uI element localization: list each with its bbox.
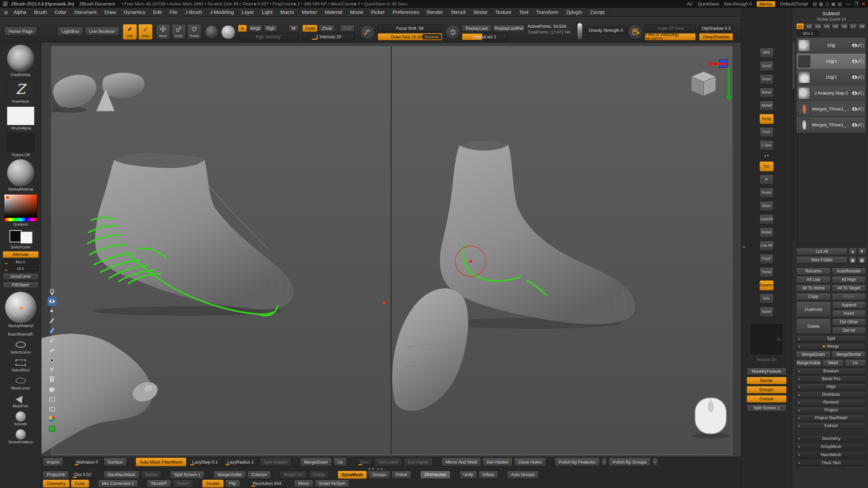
markup-tool-icon[interactable]	[47, 355, 57, 365]
subtool-item[interactable]: J Anatomy Step-2	[796, 85, 866, 101]
layout-icon[interactable]: ▤	[813, 1, 817, 6]
right-shelf-button[interactable]: Frame	[760, 188, 774, 198]
subtool-action-button[interactable]: Rename	[796, 267, 831, 275]
blur-slider[interactable]: Blur 0	[3, 259, 39, 265]
subtool-item[interactable]: 19발1	[796, 54, 866, 69]
mrgb-button[interactable]: Mrgb	[248, 25, 262, 32]
bottom-button[interactable]: Polish	[392, 471, 411, 479]
subtool-item[interactable]: 19발	[796, 38, 866, 54]
bottom-button[interactable]: Split Hidden	[259, 458, 291, 466]
polypaint-icon[interactable]	[861, 76, 864, 79]
markup-tool-icon[interactable]	[47, 395, 57, 404]
pencil-icon[interactable]	[857, 91, 861, 95]
list-all-button[interactable]: List All	[796, 248, 848, 255]
menu-item[interactable]: Dynamics	[120, 8, 150, 17]
menu-item[interactable]: Edit	[150, 8, 166, 17]
bottom-button[interactable]: Auto Mask FiberMesh	[136, 458, 186, 466]
markup-tool-icon[interactable]	[47, 414, 57, 424]
bottom-button[interactable]: Min Connected 1	[98, 480, 138, 488]
pencil-icon[interactable]	[857, 59, 861, 63]
select-rect-icon[interactable]	[14, 358, 27, 367]
alternate-button[interactable]: Alternate	[3, 251, 39, 258]
texture-preview[interactable]: Te	[751, 324, 782, 354]
eye-icon[interactable]	[852, 107, 857, 111]
bottom-button[interactable]: Del Higher	[404, 458, 433, 466]
right-shelf-button[interactable]: Scroll	[760, 61, 774, 71]
live-boolean-button[interactable]: Live Boolean	[85, 27, 119, 36]
bottom-button[interactable]: Del Hidden	[482, 458, 512, 466]
groups-button[interactable]: Groups	[747, 386, 787, 393]
duplicate-button[interactable]: Duplicate	[796, 301, 831, 317]
right-shelf-button[interactable]: Xpose	[760, 307, 774, 317]
angle-of-view-slider[interactable]: Angle Of View	[645, 25, 696, 32]
maximize-button[interactable]: ❐	[854, 1, 858, 6]
bottom-button[interactable]: Auto Groups	[507, 471, 539, 479]
right-shelf-button[interactable]: ▲▼	[760, 154, 774, 158]
gravity-icon[interactable]	[577, 23, 583, 40]
menu-item[interactable]: Document	[71, 8, 101, 17]
split-section-header[interactable]: Split	[796, 335, 866, 342]
z-intensity-slider[interactable]: Z Intensity 20	[302, 33, 355, 40]
right-shelf-button[interactable]: Xyz	[760, 161, 774, 171]
draw-button[interactable]: Draw	[138, 24, 153, 40]
spix-slider[interactable]: SPix 3	[797, 31, 818, 36]
right-shelf-button[interactable]: Dynamic	[760, 280, 774, 290]
visibility-tab[interactable]: V7	[849, 23, 857, 29]
replay-last-button[interactable]: ReplayLast	[462, 25, 492, 32]
switch-color[interactable]	[7, 229, 35, 244]
replay-last-rel-button[interactable]: ReplayLastRel	[493, 25, 525, 32]
merge-button[interactable]: Uv	[845, 359, 866, 367]
bottom-button[interactable]: Dist 0.02	[70, 471, 95, 479]
camera-icon[interactable]	[628, 25, 643, 40]
bottom-button[interactable]: Import	[43, 458, 63, 466]
zsub-button[interactable]: Zsub	[319, 25, 335, 32]
bottom-button[interactable]: Double	[202, 480, 224, 488]
palette-header[interactable]: NanoMesh	[796, 451, 866, 458]
viewport-canvas[interactable]	[41, 43, 741, 456]
zadd-button[interactable]: Zadd	[302, 25, 317, 32]
fillobject-button[interactable]: FillObject	[3, 282, 39, 288]
subtool-action-button[interactable]: Copy	[796, 293, 831, 300]
minimize-button[interactable]: —	[846, 1, 851, 6]
palette-header[interactable]: Thick Skin	[796, 459, 866, 466]
polypaint-icon[interactable]	[861, 60, 864, 63]
menu-item[interactable]: Render	[423, 8, 447, 17]
right-shelf-button[interactable]: Solo	[760, 293, 774, 304]
subtool-action-button[interactable]: Paste	[832, 293, 866, 300]
append-button[interactable]: Append	[832, 301, 866, 309]
markup-tool-icon[interactable]	[47, 375, 57, 384]
replay-icon[interactable]	[446, 25, 460, 40]
menu-item[interactable]: Tool	[515, 8, 532, 17]
focal-shift-slider[interactable]: Focal Shift -56	[378, 25, 442, 32]
close-button[interactable]: ✕	[862, 1, 865, 6]
lazy-mouse-icon[interactable]	[360, 25, 375, 40]
folder-down-icon[interactable]: ▦	[858, 256, 866, 264]
bottom-button[interactable]: Morph UV	[280, 471, 307, 479]
bottom-button[interactable]: Delete	[141, 471, 161, 479]
bottom-button[interactable]: Del Lower	[374, 458, 402, 466]
zcut-button[interactable]: Zcut	[340, 25, 355, 32]
smooth-valleys-icon[interactable]	[14, 430, 27, 439]
subtool-action-button[interactable]: All To Target	[832, 284, 866, 292]
bottom-button[interactable]: Inflate	[478, 471, 498, 479]
bottom-button[interactable]: LazyStep 0.1	[188, 458, 222, 466]
bottom-button[interactable]: LazyRadius 1	[223, 458, 258, 466]
bottom-button[interactable]: Groups	[368, 471, 390, 479]
merge-button[interactable]: Weld	[822, 359, 844, 367]
smooth-brush-icon[interactable]	[14, 412, 27, 421]
section-header[interactable]: Project	[796, 407, 866, 413]
quicksave-button[interactable]: QuickSave	[698, 1, 719, 6]
menu-item[interactable]: J-Modeling	[206, 8, 238, 17]
menu-item[interactable]: Marker	[298, 8, 321, 17]
pencil-icon[interactable]	[857, 75, 861, 79]
bottom-button[interactable]: Polish By Features	[555, 458, 600, 466]
mask-by-feature-button[interactable]: MaskByFeature	[747, 368, 787, 375]
tray-collapse-arrow[interactable]: ◄	[742, 245, 745, 249]
bottom-button[interactable]: Smart ReSym	[315, 480, 349, 488]
subtool-item[interactable]: Merged_TPose1_Ryan_Kingslie	[796, 101, 866, 117]
layout-icon[interactable]: ◫	[825, 1, 829, 6]
bottom-button[interactable]: Mirror And Weld	[441, 458, 481, 466]
menu-item[interactable]: J-Brush	[181, 8, 206, 17]
deep-shadow-button[interactable]: DeepShadow	[699, 33, 733, 40]
right-shelf-button[interactable]: Actual	[760, 87, 774, 98]
